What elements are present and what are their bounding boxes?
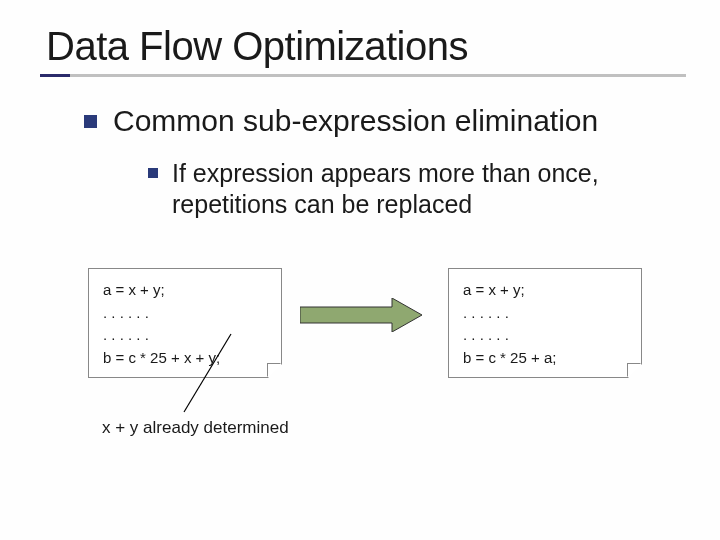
code-line: . . . . . . [103,302,267,325]
svg-line-1 [184,334,231,412]
bullet2-text: If expression appears more than once, re… [172,158,648,221]
bullet-level1: Common sub-expression elimination [84,104,598,138]
square-bullet-icon [148,168,158,178]
callout-connector [176,336,236,416]
code-box-after: a = x + y; . . . . . . . . . . . . b = c… [448,268,642,378]
code-line: a = x + y; [463,279,627,302]
code-line: a = x + y; [103,279,267,302]
bullet-level2: If expression appears more than once, re… [148,158,648,221]
code-line: . . . . . . [463,302,627,325]
slide-title-block: Data Flow Optimizations [46,24,686,77]
slide-title: Data Flow Optimizations [46,24,686,77]
page-fold-icon [268,364,282,378]
transform-arrow-icon [300,298,422,332]
code-line: b = c * 25 + a; [463,347,627,370]
title-underline [40,74,686,77]
code-line: . . . . . . [463,324,627,347]
svg-marker-0 [300,298,422,332]
square-bullet-icon [84,115,97,128]
annotation-text: x + y already determined [102,418,289,438]
page-fold-icon [628,364,642,378]
bullet1-text: Common sub-expression elimination [113,104,598,138]
